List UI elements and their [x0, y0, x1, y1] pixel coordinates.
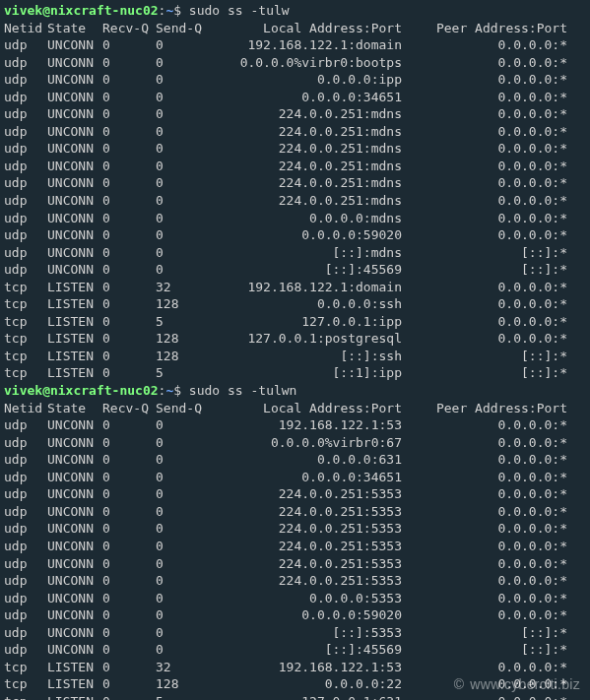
table-row: udpUNCONN00224.0.0.251:mdns0.0.0.0:* — [4, 140, 586, 158]
cell-peer: 0.0.0.0:* — [406, 192, 567, 210]
cell-peer: 0.0.0.0:* — [406, 71, 567, 89]
cell-local: 0.0.0.0%virbr0:bootps — [209, 54, 406, 72]
cell-sendq: 0 — [156, 555, 209, 573]
cell-sendq: 0 — [156, 503, 209, 521]
cell-local: 0.0.0.0:59020 — [209, 606, 406, 624]
cell-state: UNCONN — [47, 503, 102, 521]
cell-recvq: 0 — [102, 158, 156, 175]
watermark: ©www.cyberciti.biz — [454, 675, 580, 694]
cell-peer: [::]:* — [406, 261, 567, 279]
cell-state: UNCONN — [47, 226, 102, 244]
cell-local: [::]:mdns — [209, 244, 406, 262]
cell-netid: udp — [4, 538, 47, 555]
cell-recvq: 0 — [102, 520, 156, 538]
cell-sendq: 0 — [156, 89, 209, 106]
cell-peer: 0.0.0.0:* — [406, 210, 567, 227]
cell-sendq: 0 — [156, 54, 209, 72]
cell-netid: tcp — [4, 675, 47, 693]
cell-recvq: 0 — [102, 469, 156, 486]
cell-local: 0.0.0.0:22 — [209, 675, 406, 693]
cell-netid: udp — [4, 89, 47, 106]
cell-state: LISTEN — [47, 348, 102, 365]
cell-recvq: 0 — [102, 330, 156, 348]
table-row: udpUNCONN00[::]:45569[::]:* — [4, 261, 586, 279]
cell-netid: udp — [4, 36, 47, 54]
cell-local: 192.168.122.1:domain — [209, 279, 406, 296]
table-row: tcpLISTEN05127.0.0.1:ipp0.0.0.0:* — [4, 313, 586, 331]
cell-state: UNCONN — [47, 192, 102, 210]
cell-netid: udp — [4, 140, 47, 158]
cell-sendq: 0 — [156, 469, 209, 486]
cell-peer: 0.0.0.0:* — [406, 330, 567, 348]
cell-netid: udp — [4, 174, 47, 192]
table-row: udpUNCONN00224.0.0.251:53530.0.0.0:* — [4, 485, 586, 503]
cell-state: UNCONN — [47, 174, 102, 192]
cell-local: 224.0.0.251:5353 — [209, 503, 406, 521]
cell-netid: udp — [4, 105, 47, 123]
prompt-host: nixcraft-nuc02 — [50, 3, 159, 18]
table-row: udpUNCONN00224.0.0.251:53530.0.0.0:* — [4, 572, 586, 590]
table-row: udpUNCONN000.0.0.0%virbr0:670.0.0.0:* — [4, 434, 586, 452]
hdr-state: State — [47, 400, 102, 417]
cell-recvq: 0 — [102, 416, 156, 434]
cell-recvq: 0 — [102, 503, 156, 521]
table-row: udpUNCONN00[::]:mdns[::]:* — [4, 244, 586, 262]
cell-netid: udp — [4, 451, 47, 469]
cell-peer: 0.0.0.0:* — [406, 140, 567, 158]
cell-local: [::]:45569 — [209, 641, 406, 659]
cell-recvq: 0 — [102, 36, 156, 54]
cell-sendq: 0 — [156, 226, 209, 244]
cell-local: 224.0.0.251:5353 — [209, 572, 406, 590]
cell-peer: 0.0.0.0:* — [406, 503, 567, 521]
cell-peer: 0.0.0.0:* — [406, 520, 567, 538]
cell-local: 224.0.0.251:mdns — [209, 105, 406, 123]
table-row: udpUNCONN000.0.0.0:590200.0.0.0:* — [4, 226, 586, 244]
cell-peer: 0.0.0.0:* — [406, 572, 567, 590]
cell-local: 224.0.0.251:5353 — [209, 555, 406, 573]
cell-sendq: 5 — [156, 313, 209, 331]
cell-netid: udp — [4, 520, 47, 538]
cell-sendq: 5 — [156, 364, 209, 382]
prompt-user: vivek — [4, 383, 42, 398]
table-row: udpUNCONN000.0.0.0:53530.0.0.0:* — [4, 590, 586, 607]
cell-state: UNCONN — [47, 123, 102, 141]
table-row: udpUNCONN00224.0.0.251:53530.0.0.0:* — [4, 520, 586, 538]
cell-local: [::]:45569 — [209, 261, 406, 279]
cell-netid: udp — [4, 503, 47, 521]
cell-recvq: 0 — [102, 279, 156, 296]
table-row: udpUNCONN000.0.0.0:ipp0.0.0.0:* — [4, 71, 586, 89]
table-row: tcpLISTEN0128127.0.0.1:postgresql0.0.0.0… — [4, 330, 586, 348]
cell-netid: tcp — [4, 693, 47, 700]
cell-netid: udp — [4, 54, 47, 72]
cell-recvq: 0 — [102, 641, 156, 659]
cell-recvq: 0 — [102, 485, 156, 503]
cell-sendq: 0 — [156, 624, 209, 642]
cell-sendq: 0 — [156, 641, 209, 659]
hdr-netid: Netid — [4, 20, 47, 37]
cell-sendq: 5 — [156, 693, 209, 700]
cell-local: 0.0.0.0:631 — [209, 451, 406, 469]
cell-netid: udp — [4, 469, 47, 486]
terminal-output[interactable]: vivek@nixcraft-nuc02:~$ sudo ss -tulwNet… — [4, 2, 586, 700]
cell-peer: 0.0.0.0:* — [406, 659, 567, 676]
cell-state: UNCONN — [47, 261, 102, 279]
cell-sendq: 32 — [156, 659, 209, 676]
cell-state: UNCONN — [47, 89, 102, 106]
cell-recvq: 0 — [102, 659, 156, 676]
cell-sendq: 0 — [156, 174, 209, 192]
cell-recvq: 0 — [102, 261, 156, 279]
cell-recvq: 0 — [102, 348, 156, 365]
cell-state: UNCONN — [47, 36, 102, 54]
watermark-text: www.cyberciti.biz — [470, 676, 580, 692]
cell-recvq: 0 — [102, 174, 156, 192]
cell-state: UNCONN — [47, 158, 102, 175]
cell-recvq: 0 — [102, 123, 156, 141]
table-row: tcpLISTEN0128[::]:ssh[::]:* — [4, 348, 586, 365]
cell-state: UNCONN — [47, 416, 102, 434]
table-row: tcpLISTEN032192.168.122.1:domain0.0.0.0:… — [4, 279, 586, 296]
table-header: NetidStateRecv-QSend-QLocal Address:Port… — [4, 400, 586, 417]
cell-peer: 0.0.0.0:* — [406, 485, 567, 503]
command-text: sudo ss -tulw — [189, 3, 290, 18]
table-row: udpUNCONN00224.0.0.251:mdns0.0.0.0:* — [4, 158, 586, 175]
cell-recvq: 0 — [102, 675, 156, 693]
